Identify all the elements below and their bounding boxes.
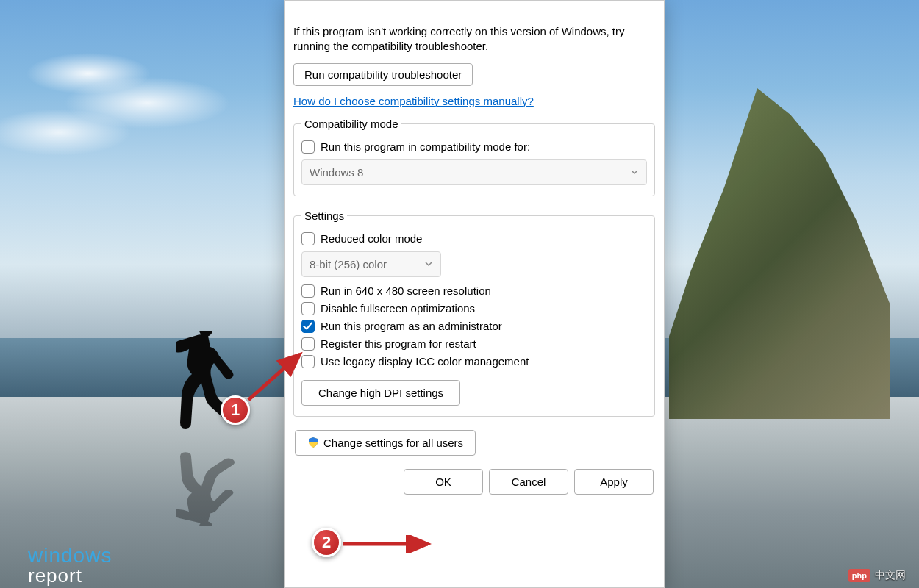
shield-icon <box>307 437 319 448</box>
compat-help-link[interactable]: How do I choose compatibility settings m… <box>293 95 534 107</box>
run-640x480-label: Run in 640 x 480 screen resolution <box>321 284 491 297</box>
register-restart-checkbox[interactable] <box>301 337 315 351</box>
change-all-users-button[interactable]: Change settings for all users <box>295 430 476 456</box>
register-restart-label: Register this program for restart <box>321 337 476 350</box>
run-as-admin-checkbox[interactable] <box>301 320 315 333</box>
compatibility-mode-group: Compatibility mode Run this program in c… <box>293 118 655 196</box>
compatibility-properties-dialog: If this program isn't working correctly … <box>284 0 665 588</box>
runner-silhouette <box>176 331 243 448</box>
compat-mode-label: Run this program in compatibility mode f… <box>321 140 530 153</box>
change-dpi-button[interactable]: Change high DPI settings <box>301 380 460 406</box>
php-badge: php <box>848 569 870 582</box>
compatibility-mode-legend: Compatibility mode <box>301 118 401 130</box>
compat-mode-checkbox[interactable] <box>301 140 315 154</box>
ok-button[interactable]: OK <box>404 469 483 495</box>
run-640x480-checkbox[interactable] <box>301 284 315 298</box>
color-depth-dropdown[interactable]: 8-bit (256) color <box>301 251 441 277</box>
chevron-down-icon <box>630 168 639 176</box>
runner-reflection <box>176 459 243 526</box>
settings-group: Settings Reduced color mode 8-bit (256) … <box>293 209 655 417</box>
watermark-line1: windows <box>28 545 112 566</box>
windowsreport-watermark: windows report <box>28 545 112 585</box>
watermark-line2: report <box>28 566 112 585</box>
compat-os-dropdown[interactable]: Windows 8 <box>301 159 647 185</box>
chevron-down-icon <box>424 259 433 268</box>
run-as-admin-label: Run this program as an administrator <box>321 320 502 332</box>
cancel-button[interactable]: Cancel <box>489 469 568 495</box>
compat-os-value: Windows 8 <box>310 166 363 179</box>
settings-legend: Settings <box>301 209 347 222</box>
mountain-decoration <box>669 88 890 419</box>
reduced-color-checkbox[interactable] <box>301 232 315 245</box>
php-watermark: php 中文网 <box>848 569 906 582</box>
legacy-icc-checkbox[interactable] <box>301 355 315 368</box>
disable-fullscreen-checkbox[interactable] <box>301 302 315 315</box>
php-text: 中文网 <box>875 569 906 582</box>
clouds-decoration <box>0 29 279 176</box>
apply-button[interactable]: Apply <box>574 469 654 495</box>
legacy-icc-label: Use legacy display ICC color management <box>321 355 529 368</box>
reduced-color-label: Reduced color mode <box>321 232 422 245</box>
annotation-marker-1: 1 <box>221 395 250 425</box>
annotation-marker-2: 2 <box>312 528 341 557</box>
color-depth-value: 8-bit (256) color <box>310 258 387 270</box>
change-all-users-label: Change settings for all users <box>323 437 463 449</box>
run-troubleshooter-button[interactable]: Run compatibility troubleshooter <box>293 63 473 86</box>
compat-description: If this program isn't working correctly … <box>293 24 655 54</box>
dialog-footer: OK Cancel Apply <box>285 469 664 506</box>
disable-fullscreen-label: Disable fullscreen optimizations <box>321 302 475 315</box>
